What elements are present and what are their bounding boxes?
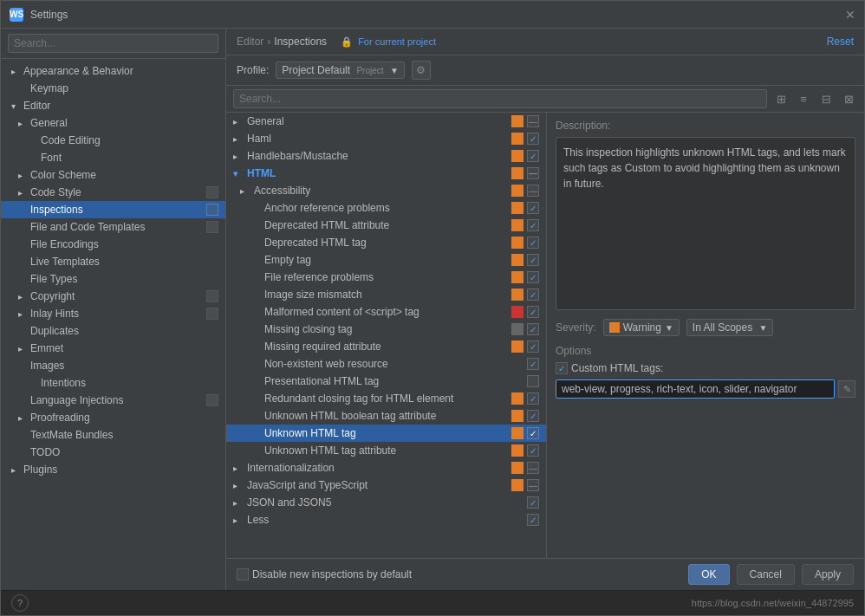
custom-tags-checkbox[interactable]: ✓ Custom HTML tags: bbox=[556, 362, 663, 374]
sidebar-item-editor[interactable]: ▾ Editor bbox=[1, 97, 225, 114]
panel-header: Editor › Inspections 🔒 For current proje… bbox=[226, 29, 864, 55]
inspection-less[interactable]: ▸ Less ✓ bbox=[226, 511, 546, 528]
check-box[interactable]: ✓ bbox=[527, 410, 539, 422]
inspection-label: Presentational HTML tag bbox=[264, 375, 508, 387]
inspection-haml[interactable]: ▸ Haml ✓ bbox=[226, 130, 546, 147]
inspection-label: General bbox=[247, 115, 508, 127]
sidebar-item-general[interactable]: ▸ General bbox=[1, 114, 225, 132]
check-box[interactable]: — bbox=[527, 167, 539, 179]
apply-button[interactable]: Apply bbox=[802, 564, 854, 585]
sidebar-item-label: Code Style bbox=[30, 186, 206, 198]
check-box[interactable]: ✓ bbox=[527, 271, 539, 283]
inspection-label: HTML bbox=[247, 167, 508, 179]
inspection-js-typescript[interactable]: ▸ JavaScript and TypeScript — bbox=[226, 477, 546, 494]
badge-icon bbox=[206, 204, 218, 216]
inspection-unknown-html-attr[interactable]: Unknown HTML tag attribute ✓ bbox=[226, 442, 546, 459]
badge-icon bbox=[206, 186, 218, 198]
check-box[interactable]: ✓ bbox=[527, 306, 539, 318]
filter-button[interactable]: ⊞ bbox=[772, 90, 790, 107]
check-box[interactable]: ✓ bbox=[527, 427, 539, 439]
profile-select[interactable]: Project Default Project ▼ bbox=[276, 62, 404, 79]
inspection-internationalization[interactable]: ▸ Internationalization — bbox=[226, 459, 546, 477]
inspection-html[interactable]: ▾ HTML — bbox=[226, 165, 546, 182]
check-box[interactable]: — bbox=[527, 185, 539, 197]
sidebar-item-file-code-templates[interactable]: File and Code Templates bbox=[1, 218, 225, 236]
inspection-redundant-closing[interactable]: Redundant closing tag for HTML element ✓ bbox=[226, 390, 546, 407]
tags-edit-button[interactable]: ✎ bbox=[838, 380, 855, 398]
check-box[interactable]: ✓ bbox=[527, 496, 539, 509]
sidebar-item-copyright[interactable]: ▸ Copyright bbox=[1, 288, 225, 305]
inspection-unknown-html-tag[interactable]: Unknown HTML tag ✓ bbox=[226, 425, 546, 442]
sidebar-item-inspections[interactable]: Inspections bbox=[1, 201, 225, 218]
check-box[interactable]: ✓ bbox=[527, 289, 539, 301]
inspection-malformed-script[interactable]: Malformed content of <script> tag ✓ bbox=[226, 303, 546, 321]
check-box[interactable]: — bbox=[527, 462, 539, 474]
check-box[interactable]: ✓ bbox=[527, 444, 539, 457]
inspection-anchor-ref[interactable]: Anchor reference problems ✓ bbox=[226, 199, 546, 217]
inspection-unknown-bool[interactable]: Unknown HTML boolean tag attribute ✓ bbox=[226, 407, 546, 425]
check-box[interactable]: ✓ bbox=[527, 514, 539, 526]
for-current-project-link[interactable]: 🔒 For current project bbox=[341, 36, 436, 48]
help-button[interactable]: ? bbox=[11, 594, 29, 612]
sidebar-item-textmate[interactable]: TextMate Bundles bbox=[1, 426, 225, 444]
inspection-non-existent[interactable]: Non-existent web resource ✓ bbox=[226, 355, 546, 373]
sidebar-item-plugins[interactable]: ▸ Plugins bbox=[1, 461, 225, 478]
inspection-empty-tag[interactable]: Empty tag ✓ bbox=[226, 251, 546, 269]
sidebar-item-language-injections[interactable]: Language Injections bbox=[1, 392, 225, 409]
inspection-general[interactable]: ▸ General — bbox=[226, 113, 546, 130]
inspection-missing-closing[interactable]: Missing closing tag ✓ bbox=[226, 321, 546, 338]
inspection-json[interactable]: ▸ JSON and JSON5 ✓ bbox=[226, 494, 546, 511]
check-box[interactable]: ✓ bbox=[527, 219, 539, 231]
inspection-missing-required[interactable]: Missing required attribute ✓ bbox=[226, 338, 546, 355]
sidebar-item-file-encodings[interactable]: File Encodings bbox=[1, 236, 225, 253]
check-box[interactable]: — bbox=[527, 115, 539, 127]
sidebar-item-images[interactable]: Images bbox=[1, 357, 225, 374]
reset-button[interactable]: Reset bbox=[827, 36, 854, 48]
inspections-search-input[interactable] bbox=[233, 89, 767, 108]
close-button[interactable]: ✕ bbox=[845, 8, 855, 22]
sidebar-item-color-scheme[interactable]: ▸ Color Scheme bbox=[1, 166, 225, 184]
sidebar-item-font[interactable]: Font bbox=[1, 149, 225, 166]
sidebar-item-code-style[interactable]: ▸ Code Style bbox=[1, 184, 225, 201]
sidebar-item-duplicates[interactable]: Duplicates bbox=[1, 322, 225, 340]
check-box[interactable]: ✓ bbox=[527, 133, 539, 145]
check-box[interactable]: ✓ bbox=[527, 237, 539, 249]
check-box[interactable]: ✓ bbox=[527, 392, 539, 405]
check-box[interactable]: ✓ bbox=[527, 254, 539, 266]
expand-all-button[interactable]: ≡ bbox=[795, 90, 812, 107]
sidebar-item-file-types[interactable]: File Types bbox=[1, 270, 225, 288]
inspection-image-size[interactable]: Image size mismatch ✓ bbox=[226, 286, 546, 303]
check-box[interactable]: ✓ bbox=[527, 340, 539, 353]
sidebar-item-inlay-hints[interactable]: ▸ Inlay Hints bbox=[1, 305, 225, 322]
check-box[interactable]: ✓ bbox=[527, 358, 539, 370]
custom-tags-input[interactable] bbox=[556, 379, 835, 399]
cancel-button[interactable]: Cancel bbox=[737, 564, 795, 585]
sidebar-item-todo[interactable]: TODO bbox=[1, 444, 225, 461]
inspection-file-ref[interactable]: File reference problems ✓ bbox=[226, 269, 546, 286]
sidebar-item-intentions[interactable]: Intentions bbox=[1, 374, 225, 392]
gear-button[interactable]: ⚙ bbox=[412, 61, 431, 80]
inspection-deprecated-tag[interactable]: Deprecated HTML tag ✓ bbox=[226, 234, 546, 251]
sidebar-search-input[interactable] bbox=[8, 34, 218, 53]
check-box[interactable] bbox=[527, 375, 539, 387]
inspection-deprecated-attr[interactable]: Deprecated HTML attribute ✓ bbox=[226, 217, 546, 234]
check-box[interactable]: — bbox=[527, 479, 539, 491]
ok-button[interactable]: OK bbox=[688, 564, 729, 585]
sidebar-item-proofreading[interactable]: ▸ Proofreading bbox=[1, 409, 225, 426]
check-box[interactable]: ✓ bbox=[527, 202, 539, 214]
inspection-handlebars[interactable]: ▸ Handlebars/Mustache ✓ bbox=[226, 147, 546, 165]
severity-select[interactable]: Warning ▼ bbox=[603, 319, 680, 336]
inspection-presentational[interactable]: Presentational HTML tag bbox=[226, 373, 546, 390]
collapse-all-button[interactable]: ⊟ bbox=[817, 90, 835, 107]
sidebar-item-appearance[interactable]: ▸ Appearance & Behavior bbox=[1, 62, 225, 80]
settings-button[interactable]: ⊠ bbox=[840, 90, 857, 107]
sidebar-item-emmet[interactable]: ▸ Emmet bbox=[1, 340, 225, 357]
sidebar-item-live-templates[interactable]: Live Templates bbox=[1, 253, 225, 270]
check-box[interactable]: ✓ bbox=[527, 323, 539, 335]
inspection-accessibility[interactable]: ▸ Accessibility — bbox=[226, 182, 546, 199]
check-box[interactable]: ✓ bbox=[527, 150, 539, 162]
disable-new-inspections-checkbox[interactable]: Disable new inspections by default bbox=[237, 568, 412, 580]
scope-select[interactable]: In All Scopes ▼ bbox=[686, 319, 774, 336]
sidebar-item-code-editing[interactable]: Code Editing bbox=[1, 132, 225, 149]
sidebar-item-keymap[interactable]: Keymap bbox=[1, 80, 225, 97]
